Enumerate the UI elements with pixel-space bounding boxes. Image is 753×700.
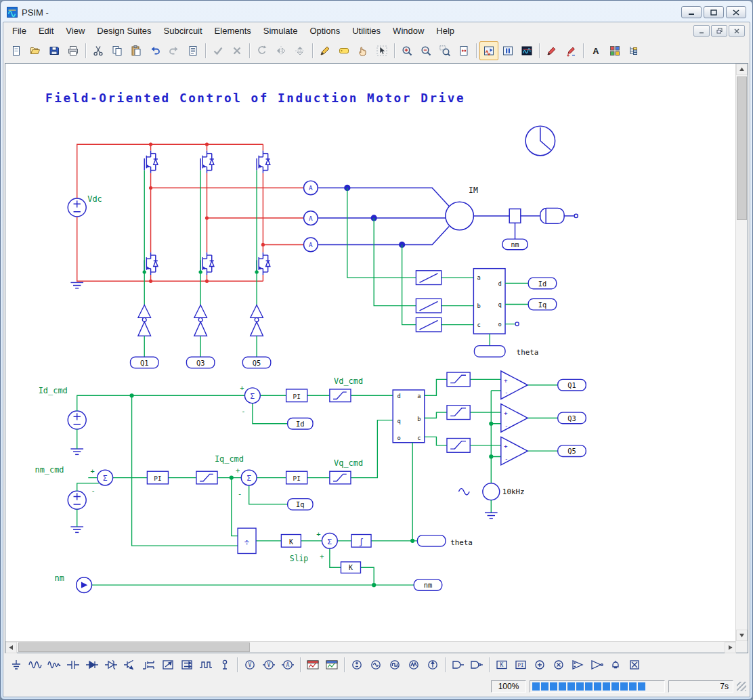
pause-simulation-button[interactable] [498,41,517,60]
scroll-up-button[interactable] [736,64,748,75]
zoom-out-button[interactable] [416,41,435,60]
rectifier-bridge-button[interactable] [158,655,177,674]
schematic-area[interactable]: Field-Oriented Control of Induction Moto… [5,64,735,641]
limiter-q[interactable] [330,471,351,484]
gating-buffer-1[interactable] [138,305,151,357]
resize-grip[interactable] [737,682,746,691]
gating-buffer-3[interactable] [251,305,263,357]
copy-button[interactable] [108,41,127,60]
print-button[interactable] [64,41,83,60]
limiter-d[interactable] [330,389,351,402]
igbt-element-button[interactable] [121,655,139,674]
scope2-element-button[interactable] [322,655,341,674]
vdc-source[interactable] [68,198,86,217]
element-palette-button[interactable] [605,41,624,60]
menu-design-suites[interactable]: Design Suites [91,24,157,37]
undo-button[interactable] [146,41,165,60]
pwm-comparators[interactable] [501,371,528,465]
zoom-in-button[interactable] [397,41,416,60]
ground-symbol[interactable] [485,512,498,518]
square-wave-source-button[interactable] [196,655,215,674]
gating-block2-button[interactable] [467,655,486,674]
sine-source-button[interactable] [26,655,45,674]
title-bar[interactable]: PSIM - [3,3,750,22]
select-button[interactable] [372,41,391,60]
open-button[interactable] [26,41,45,60]
runtime-graph-button[interactable] [542,41,561,60]
menu-simulate[interactable]: Simulate [257,24,304,37]
id-cmd-source[interactable] [68,411,86,429]
clock-element[interactable] [525,126,555,156]
menu-edit[interactable]: Edit [33,24,60,37]
induction-motor[interactable] [446,202,473,229]
diode-element-button[interactable] [83,655,102,674]
menu-subcircuit[interactable]: Subcircuit [158,24,209,37]
maximize-button[interactable] [704,6,724,18]
place-label-button[interactable] [335,41,353,60]
flip-vertical-button[interactable] [291,41,309,60]
triangle-source-element-button[interactable] [404,655,423,674]
damped-sine-source-button[interactable] [45,655,64,674]
multiplexer-element-button[interactable] [625,655,644,674]
ground-symbol[interactable] [70,527,83,532]
capacitor-element-button[interactable] [64,655,83,674]
gating-block-button[interactable] [448,655,467,674]
zener-diode-button[interactable] [102,655,121,674]
square-source-element-button[interactable] [385,655,404,674]
minimize-button[interactable] [681,6,702,18]
scroll-right-button[interactable] [725,642,736,653]
horizontal-scroll-track[interactable] [17,642,725,653]
summer-element-button[interactable] [530,655,549,674]
opamp-element-button[interactable] [568,655,587,674]
scroll-left-button[interactable] [5,642,17,653]
new-button[interactable] [7,41,26,60]
schematic-canvas[interactable]: Field-Oriented Control of Induction Moto… [5,64,735,641]
current-source-element-button[interactable] [423,655,442,674]
ac-source-element-button[interactable] [366,655,385,674]
nm-cmd-source[interactable] [68,491,86,509]
speed-sensor-tap[interactable] [77,577,92,593]
flip-horizontal-button[interactable] [272,41,291,60]
menu-help[interactable]: Help [430,24,460,37]
shaft-and-speed-sensor[interactable] [473,209,578,250]
igbt-bottom-2[interactable] [200,253,214,275]
vertical-scrollbar[interactable] [735,64,748,641]
close-button[interactable] [726,6,746,18]
library-browser-button[interactable] [624,41,643,60]
gating-buffer-2[interactable] [194,305,207,357]
multiplier-element-button[interactable] [549,655,568,674]
ground-symbol[interactable] [70,449,83,454]
menu-window[interactable]: Window [387,24,430,37]
menu-elements[interactable]: Elements [209,24,257,37]
cancel-button[interactable] [228,41,246,60]
carrier-source[interactable] [458,483,499,500]
menu-file[interactable]: File [6,24,33,37]
igbt-top-1[interactable] [144,151,158,173]
voltmeter-element-button[interactable]: V [240,655,259,674]
child-restore-button[interactable] [711,25,727,37]
pi-block-element-button[interactable]: PI [511,655,530,674]
child-minimize-button[interactable] [693,25,710,37]
voltage-probe-button[interactable] [215,655,234,674]
horizontal-scroll-thumb[interactable] [18,642,250,652]
runtime-graph-settings-button[interactable] [561,41,580,60]
child-close-button[interactable] [729,25,745,37]
paste-button[interactable] [127,41,146,60]
rotate-button[interactable] [253,41,272,60]
ground-symbol[interactable] [70,282,83,288]
igbt-bottom-1[interactable] [144,253,158,275]
dc-source-element-button[interactable] [347,655,366,674]
run-simulation-button[interactable] [479,41,498,60]
sensor-element-button[interactable] [606,655,625,674]
save-button[interactable] [45,41,64,60]
place-text-button[interactable]: A [586,41,605,60]
mosfet-element-button[interactable] [139,655,158,674]
theta-net-label-box[interactable] [417,535,445,547]
voltmeter2-element-button[interactable]: V [259,655,278,674]
slope-limiters[interactable] [447,372,470,452]
draw-wire-button[interactable] [316,41,335,60]
ammeter-element-button[interactable]: A [278,655,297,674]
menu-view[interactable]: View [60,24,91,37]
igbt-bottom-3[interactable] [257,253,270,275]
zoom-window-button[interactable] [435,41,454,60]
